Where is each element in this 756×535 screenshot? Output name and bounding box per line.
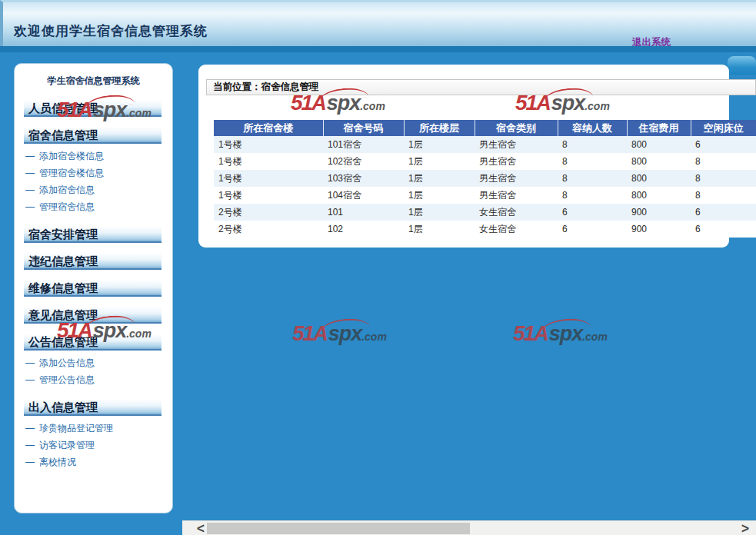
table-row: 1号楼104宿舍1层男生宿舍88008 bbox=[214, 187, 756, 204]
table-cell: 8 bbox=[558, 136, 627, 153]
menu-sub-item[interactable]: —管理公告信息 bbox=[15, 372, 172, 389]
table-cell: 103宿舍 bbox=[323, 170, 404, 187]
watermark-logo: 51Aspx.com bbox=[513, 323, 608, 344]
table-cell: 8 bbox=[691, 170, 756, 187]
sidebar-title: 学生宿舍信息管理系统 bbox=[15, 75, 172, 88]
table-column-header: 所在楼层 bbox=[404, 120, 475, 136]
menu-sub-item[interactable]: —添加公告信息 bbox=[15, 355, 172, 372]
sidebar: 学生宿舍信息管理系统 人员信息管理宿舍信息管理—添加宿舍楼信息—管理宿舍楼信息—… bbox=[14, 63, 173, 513]
table-column-header: 所在宿舍楼 bbox=[214, 120, 323, 136]
table-cell: 6 bbox=[691, 204, 756, 221]
dash-bullet-icon: — bbox=[25, 151, 35, 161]
table-cell: 1层 bbox=[404, 153, 475, 170]
table-cell: 2号楼 bbox=[214, 204, 323, 221]
menu-group: 出入信息管理—珍贵物品登记管理—访客记录管理—离校情况 bbox=[15, 399, 172, 471]
table-cell: 6 bbox=[558, 204, 627, 221]
dormitory-table: 所在宿舍楼宿舍号码所在楼层宿舍类别容纳人数住宿费用空闲床位 1号楼101宿舍1层… bbox=[214, 120, 756, 238]
table-cell: 1号楼 bbox=[214, 153, 323, 170]
menu-sub-item[interactable]: —离校情况 bbox=[15, 454, 172, 471]
header-divider-strip bbox=[0, 46, 756, 52]
table-cell: 1层 bbox=[404, 170, 475, 187]
menu-sub-item[interactable]: —珍贵物品登记管理 bbox=[15, 420, 172, 437]
table-row: 2号楼1011层女生宿舍69006 bbox=[214, 204, 756, 221]
table-header-row: 所在宿舍楼宿舍号码所在楼层宿舍类别容纳人数住宿费用空闲床位 bbox=[214, 120, 756, 136]
table-cell: 104宿舍 bbox=[323, 187, 404, 204]
dash-bullet-icon: — bbox=[25, 168, 35, 178]
menu-header[interactable]: 宿舍安排管理 bbox=[24, 226, 162, 243]
menu-header[interactable]: 维修信息管理 bbox=[24, 280, 162, 297]
table-cell: 900 bbox=[627, 204, 691, 221]
table-cell: 6 bbox=[558, 221, 627, 238]
menu-sub-list: —珍贵物品登记管理—访客记录管理—离校情况 bbox=[15, 416, 172, 471]
menu-sub-item-label: 离校情况 bbox=[39, 457, 76, 467]
table-cell: 800 bbox=[627, 187, 691, 204]
table-cell: 8 bbox=[558, 187, 627, 204]
menu-sub-item[interactable]: —访客记录管理 bbox=[15, 437, 172, 454]
table-cell: 1层 bbox=[404, 187, 475, 204]
table-cell: 男生宿舍 bbox=[475, 187, 558, 204]
menu-sub-item-label: 管理宿舍信息 bbox=[39, 201, 95, 212]
table-cell: 900 bbox=[627, 221, 691, 238]
menu-group: 维修信息管理 bbox=[15, 280, 172, 297]
table-row: 2号楼1021层女生宿舍69006 bbox=[214, 221, 756, 238]
menu-sub-item-label: 添加公告信息 bbox=[39, 357, 95, 368]
menu-group: 宿舍安排管理 bbox=[15, 226, 172, 243]
scroll-right-icon[interactable]: > bbox=[741, 519, 750, 535]
table-cell: 1层 bbox=[404, 221, 475, 238]
dash-bullet-icon: — bbox=[25, 357, 35, 368]
dash-bullet-icon: — bbox=[25, 457, 35, 467]
watermark-logo: 51Aspx.com bbox=[515, 92, 610, 114]
table-cell: 女生宿舍 bbox=[475, 221, 558, 238]
table-cell: 男生宿舍 bbox=[475, 136, 558, 153]
table-cell: 102宿舍 bbox=[323, 153, 404, 170]
horizontal-scrollbar[interactable]: < > bbox=[182, 520, 756, 535]
menu-header[interactable]: 宿舍信息管理 bbox=[24, 127, 162, 144]
menu-sub-item[interactable]: —添加宿舍信息 bbox=[15, 182, 172, 199]
table-cell: 男生宿舍 bbox=[475, 170, 558, 187]
dash-bullet-icon: — bbox=[25, 374, 35, 385]
menu-sub-item[interactable]: —管理宿舍信息 bbox=[15, 199, 172, 216]
menu-sub-list: —添加宿舍楼信息—管理宿舍楼信息—添加宿舍信息—管理宿舍信息 bbox=[15, 144, 172, 216]
dash-bullet-icon: — bbox=[25, 184, 35, 195]
table-cell: 101宿舍 bbox=[323, 136, 404, 153]
sidebar-menu: 人员信息管理宿舍信息管理—添加宿舍楼信息—管理宿舍楼信息—添加宿舍信息—管理宿舍… bbox=[15, 100, 172, 471]
menu-sub-item-label: 管理公告信息 bbox=[39, 374, 95, 385]
menu-sub-item-label: 珍贵物品登记管理 bbox=[39, 423, 113, 434]
table-cell: 1层 bbox=[404, 136, 475, 153]
table-cell: 2号楼 bbox=[214, 221, 323, 238]
table-cell: 101 bbox=[323, 204, 404, 221]
scrollbar-thumb[interactable] bbox=[207, 523, 470, 534]
menu-sub-item[interactable]: —添加宿舍楼信息 bbox=[15, 148, 172, 165]
menu-sub-item-label: 添加宿舍楼信息 bbox=[39, 151, 104, 161]
scroll-left-icon[interactable]: < bbox=[196, 519, 205, 535]
dash-bullet-icon: — bbox=[25, 440, 35, 450]
table-cell: 1号楼 bbox=[214, 136, 323, 153]
table-cell: 800 bbox=[627, 136, 691, 153]
menu-header[interactable]: 违纪信息管理 bbox=[24, 253, 162, 270]
table-column-header: 宿舍号码 bbox=[323, 120, 404, 136]
table-row: 1号楼103宿舍1层男生宿舍88008 bbox=[214, 170, 756, 187]
main-content: 当前位置：宿舍信息管理 51Aspx.com 51Aspx.com 所在宿舍楼宿… bbox=[198, 65, 756, 280]
menu-group: 宿舍信息管理—添加宿舍楼信息—管理宿舍楼信息—添加宿舍信息—管理宿舍信息 bbox=[15, 127, 172, 216]
table-cell: 8 bbox=[691, 187, 756, 204]
table-cell: 800 bbox=[627, 153, 691, 170]
dash-bullet-icon: — bbox=[25, 201, 35, 212]
menu-sub-item-label: 添加宿舍信息 bbox=[39, 184, 95, 195]
table-cell: 102 bbox=[323, 221, 404, 238]
menu-header[interactable]: 出入信息管理 bbox=[24, 399, 162, 416]
watermark-logo: 51Aspx.com bbox=[57, 99, 152, 121]
watermark-logo: 51Aspx.com bbox=[57, 320, 152, 341]
table-cell: 6 bbox=[691, 221, 756, 238]
menu-sub-list: —添加公告信息—管理公告信息 bbox=[15, 351, 172, 389]
table-row: 1号楼101宿舍1层男生宿舍88006 bbox=[214, 136, 756, 153]
table-cell: 6 bbox=[691, 136, 756, 153]
table-cell: 8 bbox=[691, 153, 756, 170]
watermark-logo: 51Aspx.com bbox=[291, 92, 385, 114]
table-row: 1号楼102宿舍1层男生宿舍88008 bbox=[214, 153, 756, 170]
table-column-header: 容纳人数 bbox=[558, 120, 627, 136]
menu-sub-item-label: 访客记录管理 bbox=[39, 440, 95, 450]
menu-group: 违纪信息管理 bbox=[15, 253, 172, 270]
menu-sub-item-label: 管理宿舍楼信息 bbox=[39, 168, 104, 178]
menu-sub-item[interactable]: —管理宿舍楼信息 bbox=[15, 165, 172, 182]
table-column-header: 空闲床位 bbox=[691, 120, 756, 136]
